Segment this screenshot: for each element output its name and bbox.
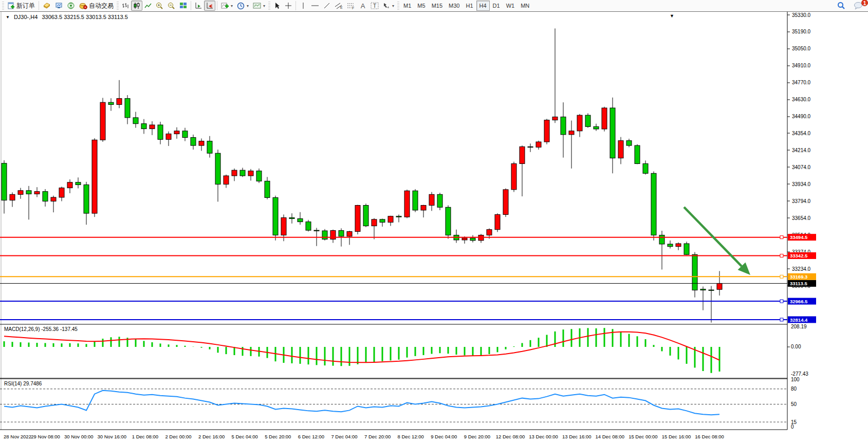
timeframe-button-M30[interactable]: M30 (446, 1, 463, 11)
candle-body (240, 170, 245, 176)
timeframe-button-W1[interactable]: W1 (503, 1, 518, 11)
candle-body (413, 191, 418, 210)
candle-body (18, 191, 23, 195)
candle-body (520, 146, 525, 163)
candle-body (585, 115, 590, 126)
chat-button[interactable]: 1 (852, 1, 865, 11)
add-indicator-button[interactable]: ▾ (219, 1, 235, 11)
price-chip-label: 33342.5 (790, 253, 808, 259)
candle-body (174, 131, 179, 134)
chart-canvas[interactable]: 35330.035190.035050.034910.034770.034630… (0, 12, 868, 442)
candle-body (43, 192, 48, 201)
candle-body (84, 184, 89, 213)
toolbar-grip (397, 2, 399, 10)
candlestick-chart-button[interactable] (131, 1, 142, 11)
timeframe-button-H4[interactable]: H4 (476, 1, 490, 11)
tile-windows-button[interactable] (177, 1, 189, 11)
candle-body (388, 216, 393, 223)
text-tool-button[interactable]: A (357, 1, 368, 11)
candle-body (487, 230, 492, 235)
toolbar-grip (117, 2, 119, 10)
price-tick-label: 34770.0 (792, 80, 811, 85)
autotrading-button[interactable]: 自动交易 (77, 1, 116, 11)
trendline-tool-button[interactable] (321, 1, 333, 11)
arrows-tool-button[interactable]: ▾ (381, 1, 396, 11)
time-axis-label: 5 Dec 20:00 (265, 434, 291, 439)
timeframe-button-D1[interactable]: D1 (490, 1, 503, 11)
chart-shift-button[interactable] (204, 1, 215, 11)
channel-tool-button[interactable]: E (333, 1, 345, 11)
line-chart-icon (144, 2, 152, 9)
text-label-tool-button[interactable]: T (368, 1, 381, 11)
candle-body (635, 145, 640, 163)
add-indicator-icon (221, 2, 229, 9)
time-axis-label: 12 Dec 08:00 (496, 434, 525, 439)
chart-title-bar[interactable]: ▼ DJ30-,H4 33063.5 33215.5 33013.5 33113… (4, 14, 130, 20)
horizontal-line-tool-button[interactable] (309, 1, 321, 11)
cursor-tool-button[interactable] (271, 1, 283, 11)
time-axis-label: 1 Dec 08:00 (132, 434, 158, 439)
candle-body (659, 235, 664, 244)
crosshair-tool-button[interactable] (283, 1, 294, 11)
line-chart-button[interactable] (142, 1, 154, 11)
candle-body (2, 163, 7, 200)
time-axis-label: 30 Nov 16:00 (98, 434, 127, 439)
candle-body (224, 176, 229, 184)
line-anchor-marker[interactable] (780, 254, 783, 257)
zoom-in-button[interactable] (154, 1, 165, 11)
candle-body (281, 218, 286, 235)
new-order-label: 新订单 (16, 2, 35, 10)
zoom-out-button[interactable] (165, 1, 177, 11)
vertical-line-tool-button[interactable] (298, 1, 309, 11)
separator (296, 1, 296, 10)
timeframe-button-H1[interactable]: H1 (463, 1, 476, 11)
candle-body (569, 131, 574, 135)
candle-body (700, 289, 706, 290)
candle-body (10, 194, 15, 200)
candle-body (544, 120, 549, 142)
fibonacci-tool-button[interactable]: F (345, 1, 357, 11)
candle-body (478, 235, 484, 241)
candle-body (651, 173, 656, 235)
line-anchor-marker[interactable] (780, 275, 783, 278)
new-order-button[interactable]: 新订单 (5, 1, 37, 11)
price-tick-label: 34214.0 (792, 147, 811, 153)
candle-body (191, 138, 196, 146)
navigator-button[interactable] (53, 1, 65, 11)
shapes-icon (383, 2, 390, 9)
line-anchor-marker[interactable] (780, 300, 783, 303)
macd-scale-label: 208.19 (791, 324, 807, 329)
market-watch-button[interactable] (41, 1, 53, 11)
blue-monitor-icon (55, 2, 63, 9)
candle-body (684, 244, 689, 254)
periods-clock-button[interactable]: ▾ (235, 1, 251, 11)
auto-scroll-button[interactable] (193, 1, 204, 11)
candle-body (495, 214, 500, 229)
bar-chart-button[interactable] (120, 1, 131, 11)
timeframe-button-M1[interactable]: M1 (400, 1, 414, 11)
chart-collapse-icon[interactable]: ▼ (6, 15, 10, 20)
signals-button[interactable] (65, 1, 77, 11)
line-anchor-marker[interactable] (780, 318, 783, 321)
candle-body (133, 118, 138, 124)
one-click-menu-arrow[interactable]: ▼ (670, 13, 674, 19)
time-axis-label: 2 Dec 16:00 (198, 434, 225, 439)
template-button[interactable]: ▾ (251, 1, 267, 11)
search-button[interactable] (835, 1, 847, 11)
dropdown-caret: ▾ (392, 4, 394, 8)
cursor-icon (274, 2, 281, 9)
timeframe-button-M5[interactable]: M5 (414, 1, 428, 11)
search-icon (837, 2, 845, 10)
timeframe-button-M15[interactable]: M15 (429, 1, 446, 11)
candle-body (709, 290, 714, 290)
candle-body (314, 230, 319, 231)
candle-body (199, 141, 204, 145)
bar-chart-icon (122, 2, 129, 9)
candle-body (265, 181, 270, 197)
chart-window: ▼ DJ30-,H4 33063.5 33215.5 33013.5 33113… (0, 12, 868, 442)
timeframe-button-MN[interactable]: MN (518, 1, 532, 11)
fibonacci-icon: F (347, 2, 355, 9)
line-anchor-marker[interactable] (780, 236, 783, 239)
candle-body (437, 194, 442, 207)
price-tick-label: 33794.0 (792, 198, 811, 204)
